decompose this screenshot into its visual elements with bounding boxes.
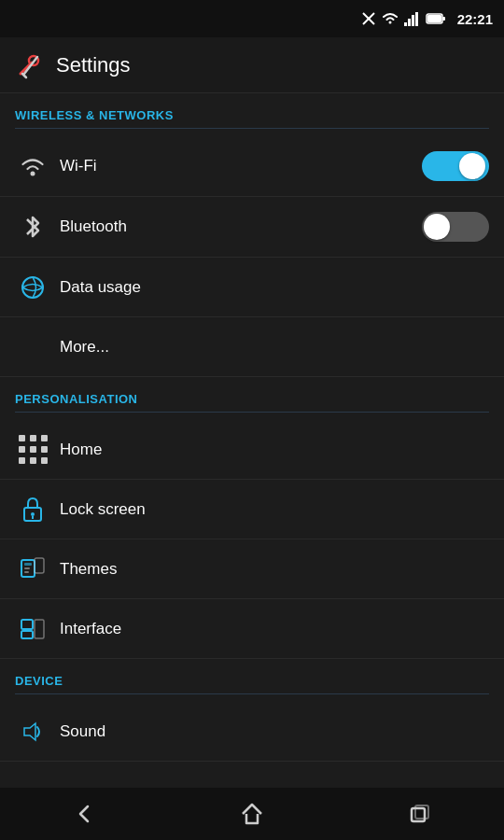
back-icon xyxy=(71,801,97,827)
back-button[interactable] xyxy=(47,788,121,840)
svg-point-16 xyxy=(31,512,35,516)
sound-label: Sound xyxy=(50,722,489,741)
bluetooth-icon xyxy=(15,215,50,239)
wifi-status-icon xyxy=(381,11,399,26)
section-device-header: DEVICE xyxy=(0,659,504,702)
data-usage-label: Data usage xyxy=(50,278,489,297)
section-wireless-header: WIRELESS & NETWORKS xyxy=(0,93,504,136)
themes-icon xyxy=(15,556,50,582)
setting-item-home[interactable]: Home xyxy=(0,420,504,480)
more-label: More... xyxy=(50,338,489,357)
section-wireless-divider xyxy=(15,128,489,129)
content-area: WIRELESS & NETWORKS Wi-Fi Bluetooth xyxy=(0,93,504,788)
svg-rect-19 xyxy=(24,563,32,566)
section-device-title: DEVICE xyxy=(15,674,489,688)
svg-rect-2 xyxy=(404,22,407,26)
section-device-divider xyxy=(15,693,489,694)
home-button[interactable] xyxy=(215,788,289,840)
svg-rect-24 xyxy=(21,631,33,638)
setting-item-lock-screen[interactable]: Lock screen xyxy=(0,480,504,539)
signal-icon xyxy=(404,11,421,26)
svg-rect-20 xyxy=(24,567,30,569)
svg-rect-8 xyxy=(427,15,441,22)
themes-label: Themes xyxy=(50,560,489,579)
bluetooth-off-icon xyxy=(361,11,376,26)
setting-item-bluetooth[interactable]: Bluetooth xyxy=(0,197,504,258)
wifi-icon xyxy=(15,156,50,176)
battery-icon xyxy=(426,12,446,25)
wifi-label: Wi-Fi xyxy=(50,157,422,175)
interface-label: Interface xyxy=(50,620,489,638)
svg-point-14 xyxy=(22,277,43,298)
home-icon xyxy=(239,801,265,827)
section-personalisation-divider xyxy=(15,412,489,413)
setting-item-sound[interactable]: Sound xyxy=(0,702,504,762)
data-usage-icon xyxy=(15,275,50,300)
lock-screen-icon xyxy=(15,497,50,523)
bluetooth-toggle[interactable] xyxy=(422,212,489,242)
recents-icon xyxy=(407,801,433,827)
setting-item-wifi[interactable]: Wi-Fi xyxy=(0,136,504,197)
bluetooth-label: Bluetooth xyxy=(50,217,422,236)
setting-item-data-usage[interactable]: Data usage xyxy=(0,258,504,317)
svg-rect-21 xyxy=(24,571,29,573)
settings-wrench-icon xyxy=(15,51,43,79)
status-time: 22:21 xyxy=(457,11,493,27)
interface-icon xyxy=(15,616,50,642)
section-wireless-title: WIRELESS & NETWORKS xyxy=(15,108,489,122)
svg-marker-26 xyxy=(24,723,35,740)
lock-screen-label: Lock screen xyxy=(50,500,489,519)
home-label: Home xyxy=(50,441,489,459)
svg-rect-3 xyxy=(408,19,411,26)
svg-line-12 xyxy=(22,74,26,77)
status-icons xyxy=(361,11,446,26)
svg-rect-7 xyxy=(442,17,445,21)
svg-rect-4 xyxy=(412,15,414,26)
svg-rect-25 xyxy=(35,620,44,638)
page-title: Settings xyxy=(56,53,131,77)
sound-icon xyxy=(15,720,50,744)
svg-rect-5 xyxy=(415,12,418,26)
setting-item-more[interactable]: More... xyxy=(0,317,504,377)
section-personalisation-header: PERSONALISATION xyxy=(0,377,504,420)
svg-rect-23 xyxy=(21,620,33,629)
home-dots-icon xyxy=(15,435,50,464)
setting-item-themes[interactable]: Themes xyxy=(0,539,504,599)
recents-button[interactable] xyxy=(383,788,457,840)
app-header: Settings xyxy=(0,37,504,93)
setting-item-interface[interactable]: Interface xyxy=(0,599,504,659)
section-personalisation-title: PERSONALISATION xyxy=(15,392,489,406)
status-bar: 22:21 xyxy=(0,0,504,37)
navigation-bar xyxy=(0,788,504,840)
wifi-toggle[interactable] xyxy=(422,151,489,181)
svg-rect-22 xyxy=(35,558,44,573)
svg-point-13 xyxy=(31,172,35,176)
